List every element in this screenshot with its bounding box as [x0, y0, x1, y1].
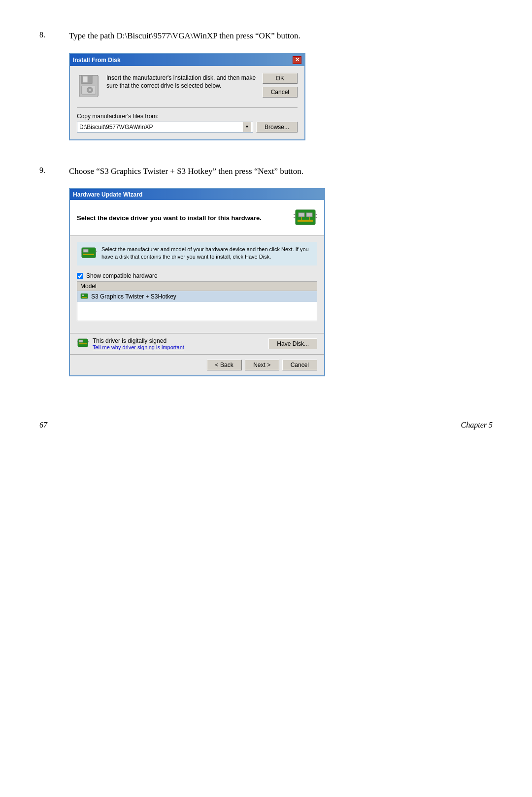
hwiz-header-icon — [294, 206, 317, 230]
show-compatible-label: Show compatible hardware — [86, 272, 158, 279]
hwiz-info-icon — [81, 246, 97, 262]
svg-rect-17 — [83, 249, 88, 252]
signing-icon — [77, 338, 89, 350]
hwiz-table-header: Model — [77, 282, 317, 291]
step-text-9: Choose “S3 Graphics Twister + S3 Hotkey”… — [69, 165, 493, 178]
ifd-dropdown-arrow[interactable]: ▼ — [243, 122, 251, 132]
hwiz-footer-row: This driver is digitally signed Tell me … — [70, 333, 324, 354]
step-9: 9. Choose “S3 Graphics Twister + S3 Hotk… — [39, 165, 493, 377]
svg-rect-15 — [315, 217, 317, 218]
model-icon — [80, 293, 88, 300]
page-footer: 67 Chapter 5 — [39, 416, 493, 430]
svg-rect-26 — [79, 340, 83, 342]
step-content-9: Choose “S3 Graphics Twister + S3 Hotkey”… — [69, 165, 493, 377]
svg-rect-27 — [79, 343, 87, 344]
svg-rect-13 — [294, 217, 296, 218]
hwiz-model-row[interactable]: S3 Graphics Twister + S3Hotkey — [77, 291, 317, 302]
svg-rect-11 — [298, 220, 313, 222]
ifd-ok-button[interactable]: OK — [263, 73, 298, 84]
ifd-browse-button[interactable]: Browse... — [256, 122, 298, 133]
hwiz-titlebar: Hardware Update Wizard — [70, 189, 324, 200]
hwiz-signing-text: This driver is digitally signed — [93, 337, 265, 344]
hardware-wizard-dialog: Hardware Update Wizard Select the device… — [69, 188, 325, 376]
svg-rect-29 — [88, 341, 89, 342]
svg-rect-20 — [81, 253, 82, 254]
hwiz-checkbox-row: Show compatible hardware — [77, 272, 317, 279]
svg-rect-21 — [96, 251, 97, 252]
svg-rect-8 — [306, 213, 312, 217]
svg-rect-7 — [299, 213, 304, 217]
hwiz-model-table: Model S3 Graphics Twister + S3Hotkey — [77, 281, 317, 321]
ifd-copy-section: Copy manufacturer's files from: D:\Biscu… — [77, 107, 298, 133]
svg-point-5 — [89, 89, 91, 91]
hwiz-signing-link[interactable]: Tell me why driver signing is important — [93, 344, 265, 350]
hwiz-header-text: Select the device driver you want to ins… — [77, 214, 262, 222]
have-disk-button[interactable]: Have Disk... — [268, 338, 317, 349]
hwiz-header: Select the device driver you want to ins… — [70, 200, 324, 236]
step-text-8: Type the path D:\Biscuit\9577\VGA\WinXP … — [69, 30, 493, 42]
next-button[interactable]: Next > — [245, 360, 279, 370]
hwiz-main-content: Select the manufacturer and model of you… — [70, 236, 324, 333]
svg-rect-2 — [83, 76, 88, 82]
chapter-label: Chapter 5 — [461, 421, 493, 430]
svg-rect-6 — [296, 210, 315, 225]
hwiz-footer-text: This driver is digitally signed Tell me … — [93, 337, 265, 350]
ifd-cancel-button[interactable]: Cancel — [263, 87, 298, 98]
page-number: 67 — [39, 421, 47, 430]
ifd-path-value: D:\Biscuit\9577\VGA\WinXP — [79, 124, 243, 131]
hwiz-title: Hardware Update Wizard — [73, 191, 142, 198]
hwiz-body: Select the device driver you want to ins… — [70, 200, 324, 375]
show-compatible-checkbox[interactable] — [77, 273, 83, 279]
ifd-path-row: D:\Biscuit\9577\VGA\WinXP ▼ Browse... — [77, 122, 298, 133]
svg-rect-18 — [83, 254, 94, 255]
dialog-titlebar: Install From Disk ✕ — [70, 54, 304, 66]
hwiz-table-body[interactable]: S3 Graphics Twister + S3Hotkey — [77, 291, 317, 321]
dialog-title: Install From Disk — [73, 57, 121, 64]
step-content-8: Type the path D:\Biscuit\9577\VGA\WinXP … — [69, 30, 493, 140]
ifd-action-buttons: OK Cancel — [263, 73, 298, 98]
hwiz-info-row: Select the manufacturer and model of you… — [77, 242, 317, 266]
svg-rect-12 — [294, 214, 296, 215]
svg-rect-28 — [77, 341, 78, 342]
ifd-path-combo[interactable]: D:\Biscuit\9577\VGA\WinXP ▼ — [77, 122, 253, 133]
back-button[interactable]: < Back — [207, 360, 242, 370]
install-from-disk-dialog: Install From Disk ✕ — [69, 53, 305, 140]
dialog-body: Insert the manufacturer's installation d… — [70, 66, 304, 139]
svg-rect-23 — [82, 295, 84, 296]
dialog-close-button[interactable]: ✕ — [293, 56, 301, 64]
cancel-button[interactable]: Cancel — [282, 360, 317, 370]
ifd-copy-label: Copy manufacturer's files from: — [77, 113, 298, 120]
svg-rect-14 — [315, 214, 317, 215]
svg-rect-24 — [82, 297, 87, 298]
ifd-instruction: Insert the manufacturer's installation d… — [106, 73, 257, 98]
step-number-8: 8. — [39, 30, 69, 140]
step-8: 8. Type the path D:\Biscuit\9577\VGA\Win… — [39, 30, 493, 140]
step-number-9: 9. — [39, 165, 69, 377]
svg-rect-19 — [81, 251, 82, 252]
disk-icon — [77, 73, 100, 97]
hwiz-info-text: Select the manufacturer and model of you… — [101, 246, 313, 262]
ifd-main-row: Insert the manufacturer's installation d… — [77, 73, 298, 98]
hwiz-bottom-buttons: < Back Next > Cancel — [70, 354, 324, 375]
hwiz-model-item: S3 Graphics Twister + S3Hotkey — [91, 293, 176, 300]
